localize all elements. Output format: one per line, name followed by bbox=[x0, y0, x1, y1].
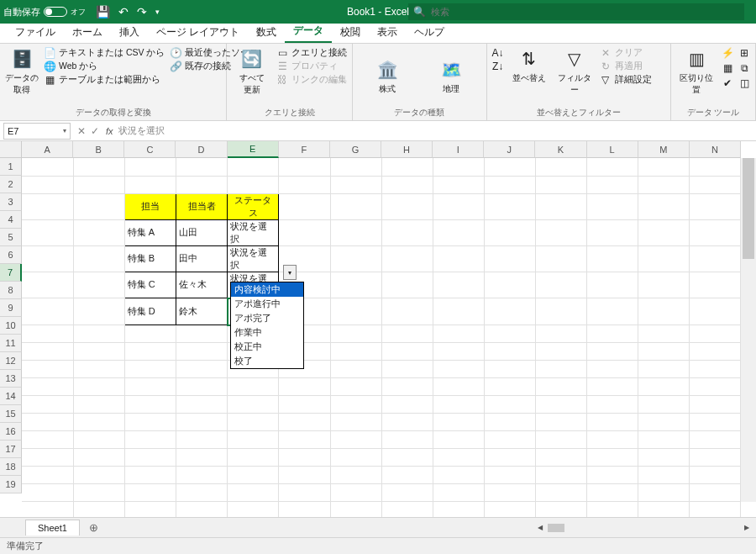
cell[interactable] bbox=[381, 431, 433, 449]
ribbon-tab-表示[interactable]: 表示 bbox=[369, 22, 406, 43]
column-header[interactable]: C bbox=[124, 141, 176, 158]
relationships-button[interactable]: ⧉ bbox=[738, 62, 750, 74]
cell[interactable] bbox=[433, 484, 484, 502]
cell[interactable] bbox=[124, 449, 176, 467]
cell[interactable] bbox=[689, 449, 740, 467]
cell[interactable] bbox=[176, 361, 227, 378]
cell[interactable] bbox=[22, 219, 73, 245]
cell[interactable] bbox=[228, 449, 279, 467]
cell[interactable] bbox=[484, 431, 535, 449]
cell[interactable] bbox=[433, 502, 484, 518]
cell[interactable] bbox=[124, 343, 176, 361]
cell[interactable] bbox=[124, 325, 176, 343]
cell[interactable] bbox=[381, 396, 433, 414]
cell[interactable] bbox=[73, 343, 124, 361]
cell[interactable] bbox=[73, 272, 124, 298]
cell[interactable] bbox=[689, 396, 740, 414]
cell[interactable] bbox=[22, 193, 73, 219]
hscroll-left-icon[interactable]: ◀ bbox=[534, 522, 546, 534]
cell[interactable] bbox=[381, 449, 433, 467]
row-header[interactable]: 18 bbox=[0, 458, 22, 476]
qat-dropdown-icon[interactable]: ▾ bbox=[155, 8, 160, 16]
horizontal-scrollbar[interactable]: ◀ ▶ bbox=[534, 522, 753, 534]
cell[interactable] bbox=[433, 414, 484, 431]
cell[interactable] bbox=[433, 325, 484, 343]
row-header[interactable]: 12 bbox=[0, 352, 22, 370]
cell[interactable] bbox=[535, 449, 586, 467]
cell[interactable] bbox=[330, 272, 381, 298]
cell[interactable] bbox=[228, 467, 279, 484]
cell[interactable] bbox=[381, 502, 433, 518]
cell[interactable] bbox=[638, 176, 689, 193]
cell[interactable] bbox=[22, 396, 73, 414]
cell[interactable] bbox=[586, 396, 638, 414]
row-header[interactable]: 17 bbox=[0, 441, 22, 458]
cell[interactable] bbox=[73, 158, 124, 176]
cell[interactable] bbox=[279, 158, 330, 176]
cell[interactable]: 山田 bbox=[176, 219, 227, 245]
cell[interactable] bbox=[535, 176, 586, 193]
cell[interactable] bbox=[381, 219, 433, 245]
cell[interactable] bbox=[279, 378, 330, 396]
select-all-corner[interactable] bbox=[0, 141, 22, 158]
cell[interactable]: 佐々木 bbox=[176, 272, 227, 298]
cell[interactable] bbox=[22, 378, 73, 396]
cell[interactable] bbox=[124, 431, 176, 449]
cell[interactable] bbox=[73, 361, 124, 378]
cell[interactable] bbox=[433, 176, 484, 193]
cell[interactable] bbox=[73, 325, 124, 343]
cell[interactable] bbox=[381, 193, 433, 219]
cell[interactable] bbox=[73, 431, 124, 449]
cell[interactable] bbox=[73, 502, 124, 518]
redo-icon[interactable]: ↷ bbox=[137, 5, 147, 18]
cell[interactable] bbox=[586, 298, 638, 325]
cell[interactable] bbox=[586, 325, 638, 343]
row-header[interactable]: 2 bbox=[0, 176, 22, 193]
cell[interactable] bbox=[73, 396, 124, 414]
cell[interactable]: 特集 B bbox=[124, 245, 176, 272]
cell[interactable] bbox=[586, 361, 638, 378]
cell[interactable] bbox=[638, 298, 689, 325]
validation-dropdown-button[interactable]: ▾ bbox=[283, 265, 297, 280]
cell[interactable] bbox=[330, 414, 381, 431]
cell[interactable] bbox=[228, 378, 279, 396]
consolidate-button[interactable]: ⊞ bbox=[738, 47, 750, 59]
cell[interactable] bbox=[535, 298, 586, 325]
cell[interactable] bbox=[638, 431, 689, 449]
row-header[interactable]: 19 bbox=[0, 476, 22, 493]
row-header[interactable]: 8 bbox=[0, 282, 22, 299]
cell[interactable] bbox=[279, 219, 330, 245]
filter-button[interactable]: ▽ フィルター bbox=[554, 47, 595, 96]
cell[interactable] bbox=[638, 272, 689, 298]
cell[interactable] bbox=[535, 502, 586, 518]
cell[interactable] bbox=[484, 484, 535, 502]
cell[interactable] bbox=[535, 193, 586, 219]
cell[interactable] bbox=[535, 378, 586, 396]
enter-formula-icon[interactable]: ✓ bbox=[91, 125, 99, 137]
cell[interactable] bbox=[689, 245, 740, 272]
cell[interactable] bbox=[484, 176, 535, 193]
cell[interactable] bbox=[73, 414, 124, 431]
cell[interactable] bbox=[689, 158, 740, 176]
cell[interactable] bbox=[689, 361, 740, 378]
refresh-all-button[interactable]: 🔄 すべて 更新 bbox=[232, 47, 271, 96]
cell[interactable] bbox=[22, 484, 73, 502]
ribbon-tab-数式[interactable]: 数式 bbox=[248, 22, 285, 43]
cell[interactable] bbox=[433, 449, 484, 467]
sort-asc-button[interactable]: A↓ bbox=[492, 47, 504, 59]
ribbon-tab-ファイル[interactable]: ファイル bbox=[7, 22, 64, 43]
cell[interactable] bbox=[22, 176, 73, 193]
cell[interactable] bbox=[433, 378, 484, 396]
cell[interactable] bbox=[586, 378, 638, 396]
row-header[interactable]: 15 bbox=[0, 405, 22, 423]
row-header[interactable]: 11 bbox=[0, 335, 22, 352]
cell[interactable] bbox=[586, 158, 638, 176]
data-validation-button[interactable]: ✔ bbox=[722, 77, 733, 89]
cell[interactable] bbox=[330, 176, 381, 193]
column-header[interactable]: I bbox=[433, 141, 484, 158]
name-box[interactable]: E7 ▾ bbox=[3, 123, 71, 140]
cell[interactable] bbox=[638, 325, 689, 343]
cell[interactable] bbox=[484, 272, 535, 298]
hscroll-thumb[interactable] bbox=[548, 524, 564, 532]
cell[interactable] bbox=[586, 467, 638, 484]
